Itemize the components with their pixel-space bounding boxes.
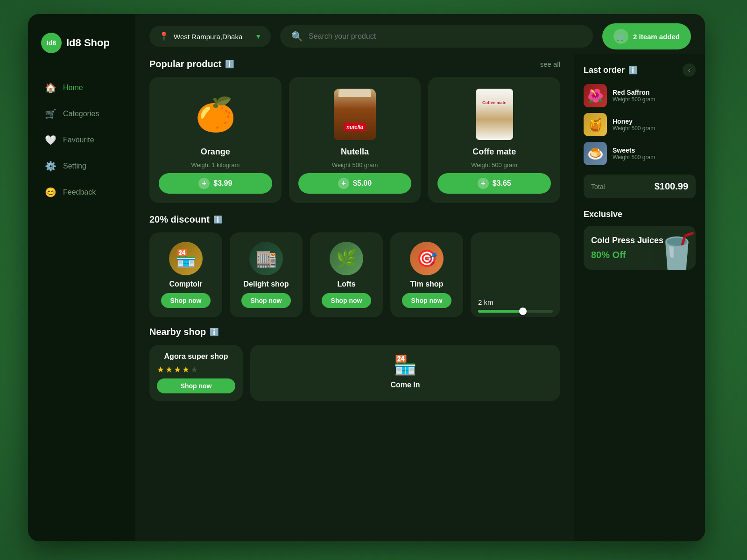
nutella-jar — [334, 89, 376, 140]
nav-label-home: Home — [63, 84, 83, 92]
slider-thumb[interactable] — [519, 308, 527, 315]
lofts-avatar: 🌿 — [330, 242, 363, 275]
plus-icon-coffeemate: + — [478, 178, 489, 189]
nearby-shop-icon: 🏪 — [394, 354, 417, 376]
nearby-shop-placeholder[interactable]: 🏪 Come In — [250, 345, 560, 401]
discount-grid: 🏪 Comptoir Shop now 🏬 Delight shop Shop … — [149, 232, 560, 317]
shop-card-lofts[interactable]: 🌿 Lofts Shop now — [310, 232, 383, 317]
order-item-honey: 🍯 Honey Weight 500 gram — [584, 113, 696, 136]
nutella-name: Nutella — [341, 147, 369, 157]
logo-area: Id8 Id8 Shop — [37, 33, 126, 53]
nutella-weight: Weight 500 gram — [332, 161, 378, 168]
nearby-grid: Agora super shop ★★★★★ Shop now 🏪 Come I… — [149, 345, 560, 401]
comptoir-shop-now[interactable]: Shop now — [161, 293, 211, 308]
timshop-shop-now[interactable]: Shop now — [402, 293, 452, 308]
coffeemate-name: Coffe mate — [472, 147, 516, 157]
product-card-coffeemate[interactable]: Coffe mate Weight 500 gram + $3.65 — [428, 77, 560, 203]
popular-section-header: Popular product ℹ️ see all — [149, 59, 560, 70]
plus-icon: + — [198, 178, 210, 189]
slider-fill — [478, 310, 523, 313]
main-content: 📍 West Rampura,Dhaka ▼ 🔍 🛒 2 iteam added… — [135, 14, 705, 541]
cart-icon: 🛒 — [613, 29, 628, 44]
sidebar-item-categories[interactable]: 🛒 Categories — [37, 103, 126, 125]
comptoir-name: Comptoir — [169, 280, 202, 288]
lofts-shop-now[interactable]: Shop now — [322, 293, 372, 308]
order-total: Total $100.99 — [584, 175, 696, 198]
location-text: West Rampura,Dhaka — [174, 33, 250, 41]
honey-info: Honey Weight 500 gram — [613, 118, 696, 132]
content-area: Popular product ℹ️ see all 🍊 Orange Weig… — [135, 54, 705, 541]
agora-name: Agora super shop — [157, 352, 235, 361]
add-nutella-button[interactable]: + $5.00 — [298, 173, 412, 194]
coffeemate-image — [466, 86, 522, 142]
exclusive-section: Exclusive Cold Press Juices 80% Off 🥤 — [584, 210, 696, 270]
order-total-amount: $100.99 — [655, 181, 688, 192]
nutella-image — [327, 86, 383, 142]
product-card-orange[interactable]: 🍊 Orange Weight 1 kilogram + $3.99 — [149, 77, 282, 203]
saffron-weight: Weight 500 gram — [613, 96, 696, 103]
orange-image: 🍊 — [187, 86, 243, 142]
location-selector[interactable]: 📍 West Rampura,Dhaka ▼ — [149, 26, 271, 47]
exclusive-image: 🥤 — [654, 231, 696, 270]
last-order-title: Last order ℹ️ — [584, 65, 638, 75]
sidebar-item-home[interactable]: 🏠 Home — [37, 77, 126, 99]
sidebar-item-feedback[interactable]: 😊 Feedback — [37, 181, 126, 203]
discount-title: 20% discount ℹ️ — [149, 214, 223, 225]
chevron-down-icon: ▼ — [255, 33, 261, 40]
products-grid: 🍊 Orange Weight 1 kilogram + $3.99 — [149, 77, 560, 203]
last-order-nav-arrow[interactable]: ‹ — [683, 63, 696, 77]
lofts-name: Lofts — [337, 280, 355, 288]
nav-items: 🏠 Home 🛒 Categories 🤍 Favourite ⚙️ Setti… — [37, 77, 126, 203]
location-pin-icon: 📍 — [159, 31, 169, 42]
nearby-shop-name: Come In — [390, 381, 420, 389]
saffron-name: Red Saffron — [613, 89, 696, 96]
sidebar-item-favourite[interactable]: 🤍 Favourite — [37, 129, 126, 151]
nav-label-categories: Categories — [63, 110, 99, 118]
nearby-title: Nearby shop ℹ️ — [149, 327, 219, 337]
cart-button[interactable]: 🛒 2 iteam added — [602, 23, 691, 49]
distance-label: 2 km — [478, 298, 493, 306]
agora-shop-now[interactable]: Shop now — [157, 378, 235, 393]
order-item-sweets: 🍮 Sweets Weight 500 gram — [584, 142, 696, 165]
top-bar: 📍 West Rampura,Dhaka ▼ 🔍 🛒 2 iteam added — [135, 14, 705, 54]
plus-icon-nutella: + — [338, 178, 349, 189]
saffron-info: Red Saffron Weight 500 gram — [613, 89, 696, 103]
order-item-saffron: 🌺 Red Saffron Weight 500 gram — [584, 84, 696, 107]
product-card-nutella[interactable]: Nutella Weight 500 gram + $5.00 — [289, 77, 421, 203]
add-orange-button[interactable]: + $3.99 — [159, 173, 272, 194]
shop-card-comptoir[interactable]: 🏪 Comptoir Shop now — [149, 232, 222, 317]
main-scroll: Popular product ℹ️ see all 🍊 Orange Weig… — [135, 54, 574, 541]
exclusive-card[interactable]: Cold Press Juices 80% Off 🥤 — [584, 226, 696, 270]
nav-label-favourite: Favourite — [63, 136, 94, 144]
feedback-icon: 😊 — [45, 187, 56, 198]
distance-slider-card: 2 km — [471, 232, 560, 317]
heart-icon: 🤍 — [45, 134, 56, 146]
last-order-header: Last order ℹ️ ‹ — [584, 63, 696, 77]
agora-card[interactable]: Agora super shop ★★★★★ Shop now — [149, 345, 243, 401]
popular-see-all[interactable]: see all — [540, 60, 560, 68]
sweets-weight: Weight 500 gram — [613, 154, 696, 161]
sweets-image: 🍮 — [584, 142, 607, 165]
shop-card-delight[interactable]: 🏬 Delight shop Shop now — [230, 232, 303, 317]
timshop-avatar: 🎯 — [410, 242, 444, 275]
shop-card-timshop[interactable]: 🎯 Tim shop Shop now — [390, 232, 463, 317]
coffeemate-weight: Weight 500 gram — [471, 161, 517, 168]
honey-image: 🍯 — [584, 113, 607, 136]
sidebar-item-setting[interactable]: ⚙️ Setting — [37, 155, 126, 177]
delight-name: Delight shop — [244, 280, 289, 288]
delight-avatar: 🏬 — [249, 242, 283, 275]
search-icon: 🔍 — [291, 31, 303, 42]
search-bar: 🔍 — [280, 25, 593, 48]
search-input[interactable] — [309, 32, 582, 41]
nav-label-feedback: Feedback — [63, 188, 96, 196]
delight-shop-now[interactable]: Shop now — [241, 293, 291, 308]
order-total-label: Total — [591, 183, 605, 190]
sweets-info: Sweets Weight 500 gram — [613, 147, 696, 161]
info-icon-popular: ℹ️ — [225, 60, 234, 69]
add-coffeemate-button[interactable]: + $3.65 — [437, 173, 551, 194]
distance-slider-track[interactable] — [478, 310, 553, 313]
order-items-list: 🌺 Red Saffron Weight 500 gram 🍯 Honey We… — [584, 84, 696, 165]
nearby-section-header: Nearby shop ℹ️ — [149, 327, 560, 337]
logo-icon: Id8 — [41, 33, 62, 53]
saffron-image: 🌺 — [584, 84, 607, 107]
